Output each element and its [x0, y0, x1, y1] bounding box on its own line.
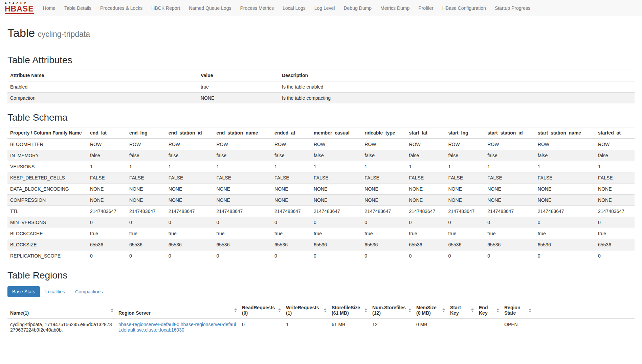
table-cell: NONE [406, 195, 446, 206]
sort-icon[interactable] [471, 309, 474, 312]
table-cell: NONE [595, 195, 635, 206]
column-header-num-storefiles[interactable]: Num.Storefiles (12) [370, 302, 414, 319]
spacer-column [534, 302, 635, 319]
sort-icon[interactable] [408, 309, 411, 312]
column-header-read-requests[interactable]: ReadRequests (0) [239, 302, 283, 319]
table-cell: Enabled [7, 81, 198, 93]
nav-item-log-level[interactable]: Log Level [310, 1, 339, 16]
column-header-start-key[interactable]: Start Key [447, 302, 476, 319]
column-header-start-lat: start_lat [406, 127, 446, 139]
column-header-end-lat: end_lat [87, 127, 127, 139]
table-cell: NONE [127, 184, 166, 195]
table-row: MIN_VERSIONS000000000000 [7, 217, 635, 228]
column-header-end-station-name: end_station_name [214, 127, 272, 139]
table-cell: false [311, 150, 362, 161]
table-cell: 2147483647 [445, 206, 485, 217]
column-header-value: Value [198, 70, 279, 81]
table-cell: 2147483647 [272, 206, 311, 217]
end-key-cell [476, 319, 502, 335]
table-cell: FALSE [485, 172, 535, 184]
table-cell: NONE [272, 184, 311, 195]
nav-item-process-metrics[interactable]: Process Metrics [236, 1, 278, 16]
table-cell: 2147483647 [166, 206, 214, 217]
table-row: BLOCKSIZE6553665536655366553665536655366… [7, 239, 635, 250]
regions-table: Name(1) Region Server ReadRequests (0) W… [7, 302, 635, 335]
table-cell: Compaction [7, 93, 198, 104]
table-cell: 0 [166, 250, 214, 262]
table-cell: 2147483647 [311, 206, 362, 217]
column-header-mem-size[interactable]: MemSize (0 MB) [414, 302, 447, 319]
nav-item-hbck-report[interactable]: HBCK Report [147, 1, 184, 16]
table-cell: FALSE [362, 172, 406, 184]
schema-table: Property \ Column Family Nameend_latend_… [7, 127, 635, 261]
table-cell: 0 [166, 217, 214, 228]
nav-item-metrics-dump[interactable]: Metrics Dump [376, 1, 414, 16]
read-requests-cell: 0 [239, 319, 283, 335]
table-cell: NONE [445, 195, 485, 206]
table-cell: 0 [311, 217, 362, 228]
sort-icon[interactable] [324, 309, 327, 312]
column-header-name[interactable]: Name(1) [7, 302, 116, 319]
nav-item-home[interactable]: Home [39, 1, 60, 16]
column-header-description: Description [279, 70, 635, 81]
tab-base-stats[interactable]: Base Stats [7, 286, 40, 297]
table-cell: 1 [214, 161, 272, 172]
nav-items: HomeTable DetailsProcedures & LocksHBCK … [39, 1, 535, 16]
table-cell: NONE [595, 184, 635, 195]
sort-icon[interactable] [529, 309, 531, 312]
table-cell: NONE [272, 195, 311, 206]
hbase-logo[interactable]: APACHE HBASE [5, 2, 34, 14]
nav-item-local-logs[interactable]: Local Logs [278, 1, 310, 16]
table-cell: ROW [214, 139, 272, 150]
table-cell: 1 [362, 161, 406, 172]
table-cell: 0 [87, 250, 127, 262]
table-cell: 65536 [485, 239, 535, 250]
column-header-write-requests[interactable]: WriteRequests (1) [283, 302, 329, 319]
table-cell: MIN_VERSIONS [7, 217, 87, 228]
column-header-end-key[interactable]: End Key [476, 302, 502, 319]
table-cell: 0 [362, 250, 406, 262]
nav-item-hbase-configuration[interactable]: HBase Configuration [438, 1, 490, 16]
nav-item-named-queue-logs[interactable]: Named Queue Logs [184, 1, 236, 16]
sort-icon[interactable] [496, 309, 499, 312]
column-header-property-column-family-name: Property \ Column Family Name [7, 127, 87, 139]
table-cell: 65536 [214, 239, 272, 250]
start-key-cell [447, 319, 476, 335]
column-header-start-station-id: start_station_id [485, 127, 535, 139]
nav-item-table-details[interactable]: Table Details [60, 1, 96, 16]
column-header-storefile-size[interactable]: StorefileSize (61 MB) [329, 302, 370, 319]
nav-item-procedures-locks[interactable]: Procedures & Locks [96, 1, 147, 16]
table-cell: 65536 [272, 239, 311, 250]
tab-localities[interactable]: Localities [41, 286, 70, 297]
table-cell: NONE [485, 184, 535, 195]
table-cell: FALSE [214, 172, 272, 184]
sort-icon[interactable] [111, 309, 113, 312]
column-header-region-server[interactable]: Region Server [116, 302, 239, 319]
region-name-cell: cycling-tripdata,,1719475156245.e95d0a13… [7, 319, 116, 335]
table-cell: 1 [272, 161, 311, 172]
table-cell: 2147483647 [535, 206, 595, 217]
storefile-size-cell: 61 MB [329, 319, 370, 335]
table-cell: 0 [127, 250, 166, 262]
table-cell: false [595, 150, 635, 161]
table-cell: FALSE [445, 172, 485, 184]
column-header-region-state[interactable]: Region State [502, 302, 534, 319]
sort-icon[interactable] [278, 309, 281, 312]
table-cell: 0 [272, 217, 311, 228]
region-server-link[interactable]: hbase-regionserver-default-0.hbase-regio… [118, 322, 236, 333]
table-cell: NONE [166, 184, 214, 195]
table-cell: false [362, 150, 406, 161]
sort-icon[interactable] [442, 309, 445, 312]
spacer-cell [534, 319, 635, 335]
nav-item-profiler[interactable]: Profiler [414, 1, 438, 16]
table-cell: 65536 [166, 239, 214, 250]
table-cell: 0 [362, 217, 406, 228]
nav-item-startup-progress[interactable]: Startup Progress [490, 1, 535, 16]
sort-icon[interactable] [364, 309, 367, 312]
tab-compactions[interactable]: Compactions [70, 286, 108, 297]
table-row: CompactionNONEIs the table compacting [7, 93, 635, 104]
table-row: TTL2147483647214748364721474836472147483… [7, 206, 635, 217]
sort-icon[interactable] [234, 309, 237, 312]
column-header-start-lng: start_lng [445, 127, 485, 139]
nav-item-debug-dump[interactable]: Debug Dump [339, 1, 376, 16]
